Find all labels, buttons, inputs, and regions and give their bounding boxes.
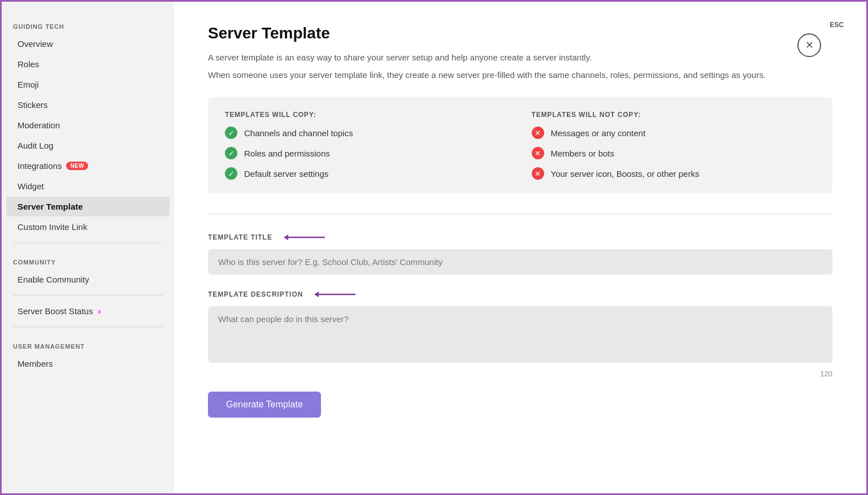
close-button[interactable]: ✕ [797,33,821,57]
sidebar-item-enable-community[interactable]: Enable Community [6,270,170,289]
sidebar-section-community: COMMUNITY [2,249,174,269]
esc-label: ESC [830,21,844,29]
sidebar-item-label: Widget [18,181,44,191]
app-window: GUIDING TECH Overview Roles Emoji Sticke… [0,0,868,495]
copy-title: TEMPLATES WILL COPY: [225,111,520,119]
check-icon-2: ✓ [225,147,237,159]
sidebar-item-label: Overview [18,39,53,49]
new-badge: NEW [66,162,88,170]
arrow-icon-desc [313,288,358,301]
template-title-input[interactable] [208,249,832,275]
form-divider [208,214,832,214]
no-copy-title: TEMPLATES WILL NOT COPY: [532,111,816,119]
generate-template-button[interactable]: Generate Template [208,392,321,418]
sidebar-item-label: Server Boost Status [18,306,93,316]
page-description-1: A server template is an easy way to shar… [208,51,832,64]
sidebar-section-user-management: USER MANAGEMENT [2,333,174,353]
template-description-input[interactable] [208,306,832,363]
char-count: 120 [208,370,832,378]
sidebar-item-label: Audit Log [18,141,53,150]
info-box: TEMPLATES WILL COPY: ✓ Channels and chan… [208,97,832,193]
sidebar-item-label: Enable Community [18,275,89,284]
sidebar-item-stickers[interactable]: Stickers [6,95,170,115]
sidebar-item-server-template[interactable]: Server Template [6,197,170,216]
page-title: Server Template [208,24,832,42]
no-copy-item-label-2: Members or bots [551,149,615,158]
sidebar-item-members[interactable]: Members [6,354,170,374]
copy-item-label-2: Roles and permissions [244,149,330,158]
sidebar-item-label: Stickers [18,100,47,110]
sidebar: GUIDING TECH Overview Roles Emoji Sticke… [2,2,174,493]
desc-arrow-annotation [313,288,358,301]
svg-marker-1 [284,235,288,240]
no-copy-item-label-3: Your server icon, Boosts, or other perks [551,169,700,179]
sidebar-divider-1 [13,242,163,243]
info-col-will-copy: TEMPLATES WILL COPY: ✓ Channels and chan… [225,111,520,180]
sidebar-section-guiding-tech: GUIDING TECH [2,13,174,33]
sidebar-item-moderation[interactable]: Moderation [6,115,170,135]
copy-item-1: ✓ Channels and channel topics [225,127,520,139]
check-icon-1: ✓ [225,127,237,139]
page-description-2: When someone uses your server template l… [208,69,832,82]
sidebar-item-label: Roles [18,59,39,69]
copy-item-label-1: Channels and channel topics [244,128,353,138]
copy-item-label-3: Default server settings [244,169,328,179]
no-copy-item-1: ✕ Messages or any content [532,127,816,139]
sidebar-item-label: Integrations [18,161,62,171]
template-title-label-row: TEMPLATE TITLE [208,231,832,244]
sidebar-item-label: Members [18,359,53,368]
no-copy-item-3: ✕ Your server icon, Boosts, or other per… [532,167,816,180]
sidebar-item-label: Emoji [18,80,39,89]
check-icon-3: ✓ [225,167,237,180]
no-copy-item-2: ✕ Members or bots [532,147,816,159]
info-col-wont-copy: TEMPLATES WILL NOT COPY: ✕ Messages or a… [520,111,816,180]
x-icon-1: ✕ [532,127,544,139]
x-icon-2: ✕ [532,147,544,159]
sidebar-divider-2 [13,295,163,296]
sidebar-item-label: Moderation [18,120,60,130]
no-copy-item-label-1: Messages or any content [551,128,646,138]
template-desc-label: TEMPLATE DESCRIPTION [208,290,303,298]
arrow-icon-title [283,231,328,244]
sidebar-item-server-boost-status[interactable]: Server Boost Status ♦ [6,301,170,321]
sidebar-item-label: Server Template [18,202,83,211]
sidebar-item-overview[interactable]: Overview [6,34,170,54]
sidebar-item-integrations[interactable]: Integrations NEW [6,156,170,176]
sidebar-item-roles[interactable]: Roles [6,54,170,74]
sidebar-item-audit-log[interactable]: Audit Log [6,136,170,155]
sidebar-item-label: Custom Invite Link [18,222,87,232]
sidebar-item-custom-invite-link[interactable]: Custom Invite Link [6,217,170,237]
title-arrow-annotation [283,231,328,244]
main-content: ✕ ESC Server Template A server template … [174,2,866,493]
template-title-label: TEMPLATE TITLE [208,233,272,241]
copy-item-3: ✓ Default server settings [225,167,520,180]
template-desc-label-row: TEMPLATE DESCRIPTION [208,288,832,301]
sidebar-item-emoji[interactable]: Emoji [6,75,170,94]
copy-item-2: ✓ Roles and permissions [225,147,520,159]
boost-icon: ♦ [97,307,101,316]
x-icon-3: ✕ [532,167,544,180]
svg-marker-3 [314,292,319,297]
close-x-icon: ✕ [805,40,814,50]
sidebar-divider-3 [13,327,163,327]
sidebar-item-widget[interactable]: Widget [6,176,170,196]
generate-btn-label: Generate Template [226,400,303,409]
